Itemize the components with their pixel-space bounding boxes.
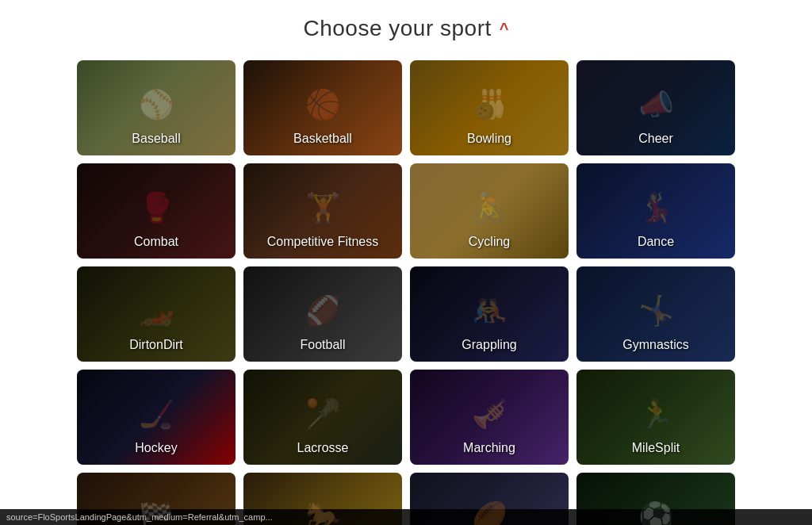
sport-card-baseball[interactable]: ⚾Baseball	[77, 60, 236, 155]
sport-figure-cycling: 🚴	[472, 191, 508, 224]
sport-card-label-milesplit: MileSplit	[576, 441, 735, 455]
sport-card-label-competitive-fitness: Competitive Fitness	[243, 235, 402, 249]
sport-figure-rodeo: 🐎	[305, 500, 341, 525]
sport-card-label-grappling: Grappling	[410, 338, 569, 352]
sport-card-bowling[interactable]: 🎳Bowling	[410, 60, 569, 155]
sport-card-label-cheer: Cheer	[576, 132, 735, 146]
sport-card-football[interactable]: 🏈Football	[243, 266, 402, 362]
sport-card-label-bowling: Bowling	[410, 132, 569, 146]
sport-card-label-baseball: Baseball	[77, 132, 236, 146]
sport-figure-football: 🏈	[305, 294, 341, 328]
sport-figure-basketball: 🏀	[305, 88, 341, 121]
page-title: Choose your sport	[304, 16, 492, 41]
sport-card-dirton-dirt[interactable]: 🏎️DirtonDirt	[77, 266, 236, 362]
sport-card-label-marching: Marching	[410, 441, 569, 455]
sport-figure-combat: 🥊	[139, 191, 174, 224]
sport-figure-racing: 🏁	[139, 500, 174, 525]
status-bar: source=FloSportsLandingPage&utm_medium=R…	[0, 509, 812, 525]
sport-card-label-combat: Combat	[77, 235, 236, 249]
chevron-up-icon[interactable]: ^	[500, 20, 509, 38]
sport-card-marching[interactable]: 🎺Marching	[410, 370, 569, 465]
sport-card-cycling[interactable]: 🚴Cycling	[410, 163, 569, 259]
sport-figure-dance: 💃	[638, 191, 674, 224]
sport-card-combat[interactable]: 🥊Combat	[77, 163, 236, 259]
sport-figure-grappling: 🤼	[472, 294, 508, 328]
sport-card-label-dance: Dance	[576, 235, 735, 249]
sport-figure-marching: 🎺	[472, 397, 508, 431]
page-title-container: Choose your sport ^	[304, 16, 509, 41]
sport-card-dance[interactable]: 💃Dance	[576, 163, 735, 259]
sport-card-label-hockey: Hockey	[77, 441, 236, 455]
sport-card-label-cycling: Cycling	[410, 235, 569, 249]
sport-card-lacrosse[interactable]: 🥍Lacrosse	[243, 370, 402, 465]
sport-card-cheer[interactable]: 📣Cheer	[576, 60, 735, 155]
sport-card-label-dirton-dirt: DirtonDirt	[77, 338, 236, 352]
sport-figure-soccer: ⚽	[638, 500, 674, 525]
sport-card-label-gymnastics: Gymnastics	[576, 338, 735, 352]
sport-figure-hockey: 🏒	[139, 397, 174, 431]
sport-card-hockey[interactable]: 🏒Hockey	[77, 370, 236, 465]
sport-figure-dirton-dirt: 🏎️	[139, 294, 174, 328]
sport-figure-baseball: ⚾	[139, 88, 174, 121]
sports-grid: ⚾Baseball🏀Basketball🎳Bowling📣Cheer🥊Comba…	[77, 60, 735, 525]
sport-figure-competitive-fitness: 🏋️	[305, 191, 341, 224]
sport-card-grappling[interactable]: 🤼Grappling	[410, 266, 569, 362]
sport-card-label-football: Football	[243, 338, 402, 352]
sport-card-gymnastics[interactable]: 🤸Gymnastics	[576, 266, 735, 362]
sport-figure-bowling: 🎳	[472, 88, 508, 121]
sport-figure-lacrosse: 🥍	[305, 397, 341, 431]
sport-card-label-basketball: Basketball	[243, 132, 402, 146]
sport-card-milesplit[interactable]: 🏃MileSplit	[576, 370, 735, 465]
sport-card-basketball[interactable]: 🏀Basketball	[243, 60, 402, 155]
sport-card-competitive-fitness[interactable]: 🏋️Competitive Fitness	[243, 163, 402, 259]
sport-figure-cheer: 📣	[638, 88, 674, 121]
sport-figure-gymnastics: 🤸	[638, 294, 674, 328]
sport-figure-milesplit: 🏃	[638, 397, 674, 431]
sport-figure-rugby: 🏉	[472, 500, 508, 525]
sport-card-label-lacrosse: Lacrosse	[243, 441, 402, 455]
